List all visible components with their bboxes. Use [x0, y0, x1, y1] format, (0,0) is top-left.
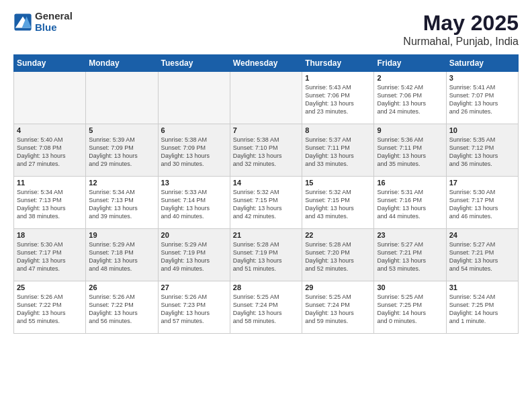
day-number: 2: [377, 74, 443, 82]
table-row: 27Sunrise: 5:26 AMSunset: 7:23 PMDayligh…: [158, 281, 230, 334]
day-number: 18: [17, 231, 83, 239]
table-row: 12Sunrise: 5:34 AMSunset: 7:13 PMDayligh…: [86, 177, 158, 229]
day-number: 1: [305, 74, 371, 82]
table-row: 11Sunrise: 5:34 AMSunset: 7:13 PMDayligh…: [14, 177, 86, 229]
day-info: Sunrise: 5:27 AMSunset: 7:21 PMDaylight:…: [449, 240, 515, 273]
header-sunday: Sunday: [14, 55, 86, 72]
day-number: 29: [305, 283, 371, 291]
day-info: Sunrise: 5:34 AMSunset: 7:13 PMDaylight:…: [17, 188, 83, 221]
table-row: 1Sunrise: 5:43 AMSunset: 7:06 PMDaylight…: [302, 72, 374, 124]
calendar-header-row: Sunday Monday Tuesday Wednesday Thursday…: [14, 55, 519, 72]
day-number: 5: [89, 126, 154, 134]
day-info: Sunrise: 5:32 AMSunset: 7:15 PMDaylight:…: [305, 188, 371, 221]
header-friday: Friday: [374, 55, 446, 72]
table-row: 13Sunrise: 5:33 AMSunset: 7:14 PMDayligh…: [158, 177, 230, 229]
day-info: Sunrise: 5:26 AMSunset: 7:23 PMDaylight:…: [161, 293, 227, 326]
day-number: 4: [17, 126, 83, 134]
header-tuesday: Tuesday: [158, 55, 230, 72]
day-info: Sunrise: 5:26 AMSunset: 7:22 PMDaylight:…: [89, 293, 154, 326]
header-monday: Monday: [86, 55, 158, 72]
day-number: 14: [233, 179, 299, 187]
calendar-week-row: 18Sunrise: 5:30 AMSunset: 7:17 PMDayligh…: [14, 229, 519, 281]
day-info: Sunrise: 5:28 AMSunset: 7:19 PMDaylight:…: [233, 240, 299, 273]
table-row: [158, 72, 230, 124]
day-number: 27: [161, 283, 227, 291]
table-row: 16Sunrise: 5:31 AMSunset: 7:16 PMDayligh…: [374, 177, 446, 229]
day-info: Sunrise: 5:34 AMSunset: 7:13 PMDaylight:…: [89, 188, 154, 221]
table-row: 17Sunrise: 5:30 AMSunset: 7:17 PMDayligh…: [446, 177, 518, 229]
table-row: 8Sunrise: 5:37 AMSunset: 7:11 PMDaylight…: [302, 124, 374, 177]
calendar-week-row: 25Sunrise: 5:26 AMSunset: 7:22 PMDayligh…: [14, 281, 519, 334]
day-number: 19: [89, 231, 154, 239]
day-info: Sunrise: 5:37 AMSunset: 7:11 PMDaylight:…: [305, 136, 371, 169]
day-number: 10: [449, 126, 515, 134]
day-info: Sunrise: 5:25 AMSunset: 7:24 PMDaylight:…: [305, 293, 371, 326]
day-number: 13: [161, 179, 227, 187]
title-block: May 2025 Nurmahal, Punjab, India: [403, 11, 519, 48]
table-row: 2Sunrise: 5:42 AMSunset: 7:06 PMDaylight…: [374, 72, 446, 124]
logo-text: General Blue: [35, 11, 73, 33]
day-number: 11: [17, 179, 83, 187]
table-row: 26Sunrise: 5:26 AMSunset: 7:22 PMDayligh…: [86, 281, 158, 334]
table-row: 21Sunrise: 5:28 AMSunset: 7:19 PMDayligh…: [230, 229, 302, 281]
table-row: [14, 72, 86, 124]
day-number: 15: [305, 179, 371, 187]
day-info: Sunrise: 5:41 AMSunset: 7:07 PMDaylight:…: [449, 83, 515, 116]
day-info: Sunrise: 5:42 AMSunset: 7:06 PMDaylight:…: [377, 83, 443, 116]
day-number: 7: [233, 126, 299, 134]
table-row: 5Sunrise: 5:39 AMSunset: 7:09 PMDaylight…: [86, 124, 158, 177]
day-info: Sunrise: 5:33 AMSunset: 7:14 PMDaylight:…: [161, 188, 227, 221]
day-info: Sunrise: 5:36 AMSunset: 7:11 PMDaylight:…: [377, 136, 443, 169]
day-number: 3: [449, 74, 515, 82]
table-row: 3Sunrise: 5:41 AMSunset: 7:07 PMDaylight…: [446, 72, 518, 124]
header-saturday: Saturday: [446, 55, 518, 72]
table-row: 19Sunrise: 5:29 AMSunset: 7:18 PMDayligh…: [86, 229, 158, 281]
day-info: Sunrise: 5:43 AMSunset: 7:06 PMDaylight:…: [305, 83, 371, 116]
table-row: 6Sunrise: 5:38 AMSunset: 7:09 PMDaylight…: [158, 124, 230, 177]
day-info: Sunrise: 5:29 AMSunset: 7:18 PMDaylight:…: [89, 240, 154, 273]
day-info: Sunrise: 5:39 AMSunset: 7:09 PMDaylight:…: [89, 136, 154, 169]
day-number: 9: [377, 126, 443, 134]
title-location: Nurmahal, Punjab, India: [403, 36, 519, 48]
day-number: 26: [89, 283, 154, 291]
logo-icon: [13, 13, 32, 32]
day-info: Sunrise: 5:38 AMSunset: 7:10 PMDaylight:…: [233, 136, 299, 169]
table-row: 31Sunrise: 5:24 AMSunset: 7:25 PMDayligh…: [446, 281, 518, 334]
day-info: Sunrise: 5:30 AMSunset: 7:17 PMDaylight:…: [449, 188, 515, 221]
day-info: Sunrise: 5:26 AMSunset: 7:22 PMDaylight:…: [17, 293, 83, 326]
day-number: 8: [305, 126, 371, 134]
day-number: 30: [377, 283, 443, 291]
table-row: 7Sunrise: 5:38 AMSunset: 7:10 PMDaylight…: [230, 124, 302, 177]
header: General Blue May 2025 Nurmahal, Punjab, …: [13, 11, 519, 48]
table-row: 15Sunrise: 5:32 AMSunset: 7:15 PMDayligh…: [302, 177, 374, 229]
day-number: 12: [89, 179, 154, 187]
table-row: 23Sunrise: 5:27 AMSunset: 7:21 PMDayligh…: [374, 229, 446, 281]
table-row: 4Sunrise: 5:40 AMSunset: 7:08 PMDaylight…: [14, 124, 86, 177]
day-info: Sunrise: 5:30 AMSunset: 7:17 PMDaylight:…: [17, 240, 83, 273]
day-number: 31: [449, 283, 515, 291]
table-row: 22Sunrise: 5:28 AMSunset: 7:20 PMDayligh…: [302, 229, 374, 281]
table-row: 28Sunrise: 5:25 AMSunset: 7:24 PMDayligh…: [230, 281, 302, 334]
logo-general: General: [35, 11, 73, 22]
table-row: 18Sunrise: 5:30 AMSunset: 7:17 PMDayligh…: [14, 229, 86, 281]
header-thursday: Thursday: [302, 55, 374, 72]
day-number: 25: [17, 283, 83, 291]
table-row: 29Sunrise: 5:25 AMSunset: 7:24 PMDayligh…: [302, 281, 374, 334]
table-row: 25Sunrise: 5:26 AMSunset: 7:22 PMDayligh…: [14, 281, 86, 334]
calendar-week-row: 11Sunrise: 5:34 AMSunset: 7:13 PMDayligh…: [14, 177, 519, 229]
day-info: Sunrise: 5:31 AMSunset: 7:16 PMDaylight:…: [377, 188, 443, 221]
table-row: 14Sunrise: 5:32 AMSunset: 7:15 PMDayligh…: [230, 177, 302, 229]
table-row: [86, 72, 158, 124]
logo: General Blue: [13, 11, 73, 33]
calendar: Sunday Monday Tuesday Wednesday Thursday…: [13, 54, 519, 334]
day-info: Sunrise: 5:25 AMSunset: 7:25 PMDaylight:…: [377, 293, 443, 326]
table-row: 20Sunrise: 5:29 AMSunset: 7:19 PMDayligh…: [158, 229, 230, 281]
day-info: Sunrise: 5:35 AMSunset: 7:12 PMDaylight:…: [449, 136, 515, 169]
table-row: 24Sunrise: 5:27 AMSunset: 7:21 PMDayligh…: [446, 229, 518, 281]
calendar-week-row: 4Sunrise: 5:40 AMSunset: 7:08 PMDaylight…: [14, 124, 519, 177]
day-info: Sunrise: 5:25 AMSunset: 7:24 PMDaylight:…: [233, 293, 299, 326]
title-month: May 2025: [403, 11, 519, 36]
day-number: 24: [449, 231, 515, 239]
day-number: 28: [233, 283, 299, 291]
table-row: 9Sunrise: 5:36 AMSunset: 7:11 PMDaylight…: [374, 124, 446, 177]
